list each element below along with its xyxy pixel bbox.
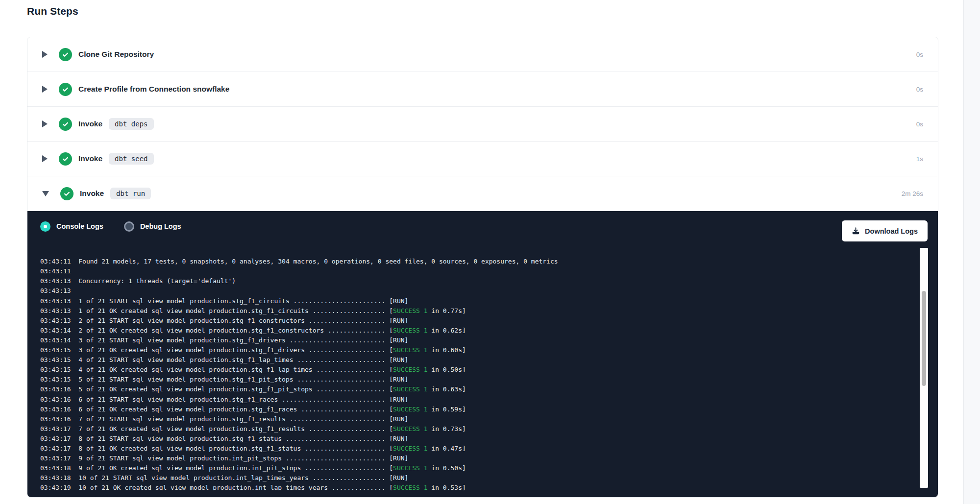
step-label: Invoke: [80, 189, 104, 198]
console-log-output: 03:43:11 Found 21 models, 17 tests, 0 sn…: [40, 241, 916, 490]
log-line: 03:43:13 2 of 21 START sql view model pr…: [40, 316, 916, 326]
log-line: 03:43:15 4 of 21 OK created sql view mod…: [40, 365, 916, 375]
chevron-down-icon[interactable]: [42, 191, 49, 196]
radio-console-logs[interactable]: Console Logs: [40, 221, 103, 232]
log-success-status: SUCCESS 1: [393, 406, 427, 413]
success-check-icon: [60, 187, 74, 200]
log-line: 03:43:17 8 of 21 OK created sql view mod…: [40, 444, 916, 454]
log-line: 03:43:18 9 of 21 OK created sql view mod…: [40, 463, 916, 473]
log-success-status: SUCCESS 1: [393, 484, 427, 490]
log-success-status: SUCCESS 1: [393, 366, 427, 373]
log-line: 03:43:16 7 of 21 START sql view model pr…: [40, 414, 916, 424]
log-line: 03:43:17 8 of 21 START sql view model pr…: [40, 434, 916, 444]
success-check-icon: [59, 48, 72, 61]
chevron-right-icon[interactable]: [42, 120, 48, 127]
log-line: 03:43:19 10 of 21 OK created sql view mo…: [40, 483, 916, 490]
log-line: 03:43:16 6 of 21 OK created sql view mod…: [40, 405, 916, 414]
chevron-right-icon[interactable]: [42, 86, 48, 93]
run-steps-card: Clone Git Repository0sCreate Profile fro…: [27, 37, 938, 498]
step-label: Invoke: [78, 154, 102, 163]
log-success-status: SUCCESS 1: [393, 445, 427, 452]
log-line: 03:43:13 1 of 21 OK created sql view mod…: [40, 306, 916, 316]
log-success-status: SUCCESS 1: [393, 327, 427, 334]
log-line: 03:43:17 7 of 21 OK created sql view mod…: [40, 424, 916, 434]
debug-logs-label: Debug Logs: [140, 222, 181, 230]
step-duration: 0s: [916, 86, 923, 93]
log-line: 03:43:14 2 of 21 OK created sql view mod…: [40, 326, 916, 336]
log-line: 03:43:15 5 of 21 START sql view model pr…: [40, 375, 916, 384]
step-duration: 0s: [916, 120, 923, 128]
chevron-right-icon[interactable]: [42, 155, 48, 162]
step-command-badge: dbt deps: [109, 118, 153, 130]
log-success-status: SUCCESS 1: [393, 307, 427, 314]
step-duration: 1s: [916, 155, 923, 163]
step-command-badge: dbt seed: [109, 153, 153, 165]
download-logs-label: Download Logs: [865, 227, 918, 235]
log-line: 03:43:16 5 of 21 OK created sql view mod…: [40, 384, 916, 394]
step-label: Create Profile from Connection snowflake: [78, 85, 229, 94]
log-success-status: SUCCESS 1: [393, 425, 427, 432]
step-rows-container: Clone Git Repository0sCreate Profile fro…: [27, 37, 938, 211]
log-line: 03:43:13 Concurrency: 1 threads (target=…: [40, 276, 916, 286]
step-row[interactable]: Create Profile from Connection snowflake…: [27, 72, 938, 107]
step-row[interactable]: Invokedbt deps0s: [27, 107, 938, 142]
page-right-gutter: [963, 0, 980, 504]
log-controls: Console Logs Debug Logs Download Logs: [27, 211, 938, 241]
success-check-icon: [59, 152, 72, 166]
chevron-right-icon[interactable]: [42, 51, 48, 58]
log-lines: 03:43:11 Found 21 models, 17 tests, 0 sn…: [40, 257, 916, 490]
log-scrollbar-thumb[interactable]: [922, 291, 926, 386]
log-line: 03:43:14 3 of 21 START sql view model pr…: [40, 336, 916, 345]
page-title: Run Steps: [27, 5, 78, 17]
log-line: 03:43:13: [40, 286, 916, 296]
step-row[interactable]: Invokedbt run2m 26s: [27, 176, 938, 211]
log-line: 03:43:11: [40, 266, 916, 276]
download-icon: [852, 227, 860, 235]
step-duration: 2m 26s: [902, 190, 923, 197]
console-logs-label: Console Logs: [56, 222, 103, 230]
step-row[interactable]: Invokedbt seed1s: [27, 142, 938, 176]
log-success-status: SUCCESS 1: [393, 464, 427, 472]
log-line: 03:43:15 3 of 21 OK created sql view mod…: [40, 345, 916, 355]
success-check-icon: [59, 118, 72, 131]
radio-selected-icon[interactable]: [40, 221, 50, 232]
step-label: Clone Git Repository: [78, 50, 154, 59]
log-line: 03:43:18 10 of 21 START sql view model p…: [40, 473, 916, 483]
log-success-status: SUCCESS 1: [393, 385, 427, 393]
success-check-icon: [59, 83, 72, 96]
log-line: 03:43:13 1 of 21 START sql view model pr…: [40, 296, 916, 306]
log-line: 03:43:15 4 of 21 START sql view model pr…: [40, 355, 916, 365]
log-line: 03:43:11 Found 21 models, 17 tests, 0 sn…: [40, 257, 916, 266]
radio-unselected-icon[interactable]: [124, 221, 134, 232]
step-command-badge: dbt run: [110, 188, 151, 199]
step-duration: 0s: [916, 51, 923, 58]
download-logs-button[interactable]: Download Logs: [842, 220, 928, 241]
step-row[interactable]: Clone Git Repository0s: [27, 37, 938, 72]
log-panel: Console Logs Debug Logs Download Logs 03…: [27, 211, 938, 497]
log-success-status: SUCCESS 1: [393, 346, 427, 354]
log-scrollbar-track[interactable]: [920, 248, 928, 488]
log-line: 03:43:17 9 of 21 START sql view model pr…: [40, 454, 916, 463]
step-label: Invoke: [78, 120, 102, 128]
log-line: 03:43:16 6 of 21 START sql view model pr…: [40, 395, 916, 405]
radio-debug-logs[interactable]: Debug Logs: [124, 221, 181, 232]
